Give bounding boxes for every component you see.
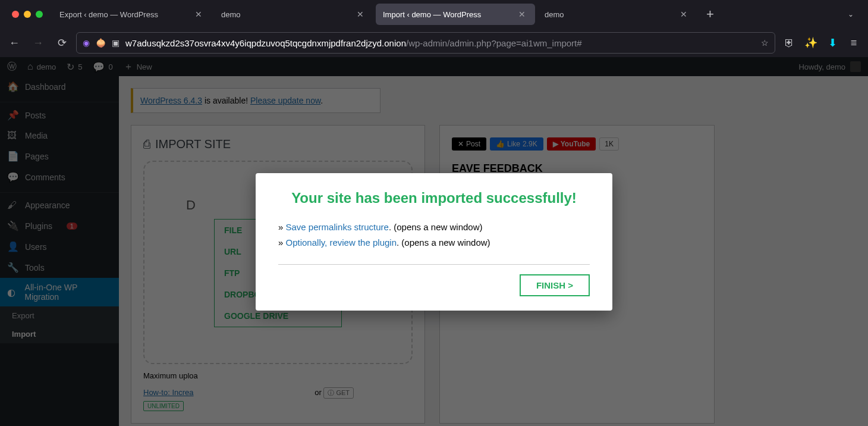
window-close-button[interactable] (12, 11, 19, 18)
close-icon[interactable]: ✕ (678, 10, 690, 19)
permalinks-link[interactable]: Save permalinks structure (286, 222, 389, 232)
bookmark-icon[interactable]: ☆ (761, 38, 769, 48)
browser-nav-bar: ← → ⟳ ◉ 🧅 ▣ w7adusqkzd2s37osvra4xv4y6iqp… (0, 29, 868, 57)
modal-title: Your site has been imported successfully… (278, 190, 590, 206)
success-modal: Your site has been imported successfully… (256, 173, 612, 311)
tab-title: Export ‹ demo — WordPress (59, 10, 158, 19)
window-minimize-button[interactable] (24, 11, 31, 18)
window-maximize-button[interactable] (36, 11, 43, 18)
browser-tab[interactable]: demo ✕ (537, 4, 697, 25)
tab-list-dropdown[interactable]: ⌄ (838, 10, 863, 18)
tab-title: demo (545, 10, 564, 19)
url-bar[interactable]: ◉ 🧅 ▣ w7adusqkzd2s37osvra4xv4y6iqpdzuvoq… (76, 32, 775, 54)
onion-icon: 🧅 (96, 38, 106, 48)
forward-button[interactable]: → (29, 33, 48, 52)
close-icon[interactable]: ✕ (516, 10, 528, 19)
sparkle-icon[interactable]: ✨ (801, 33, 820, 52)
tor-circuit-icon[interactable]: ◉ (83, 38, 90, 48)
close-icon[interactable]: ✕ (354, 10, 366, 19)
finish-button[interactable]: FINISH > (520, 274, 590, 296)
modal-overlay[interactable]: Your site has been imported successfully… (0, 57, 868, 426)
browser-tab-bar: Export ‹ demo — WordPress ✕ demo ✕ Impor… (0, 0, 868, 29)
reload-button[interactable]: ⟳ (52, 33, 71, 52)
window-controls (5, 11, 50, 18)
browser-tab[interactable]: Export ‹ demo — WordPress ✕ (52, 4, 212, 25)
browser-tab[interactable]: Import ‹ demo — WordPress ✕ (376, 4, 535, 25)
back-button[interactable]: ← (5, 33, 24, 52)
downloads-icon[interactable]: ⬇ (823, 33, 842, 52)
close-icon[interactable]: ✕ (193, 10, 205, 19)
new-tab-button[interactable]: + (699, 7, 721, 22)
site-info-icon[interactable]: ▣ (112, 38, 119, 48)
tab-title: Import ‹ demo — WordPress (383, 10, 481, 19)
browser-tab[interactable]: demo ✕ (214, 4, 373, 25)
tab-title: demo (221, 10, 241, 19)
shield-icon[interactable]: ⛨ (780, 33, 799, 52)
menu-icon[interactable]: ≡ (844, 33, 863, 52)
review-plugin-link[interactable]: Optionally, review the plugin (286, 237, 397, 248)
url-text: w7adusqkzd2s37osvra4xv4y6iqpdzuvoq5tqcgd… (125, 38, 755, 48)
